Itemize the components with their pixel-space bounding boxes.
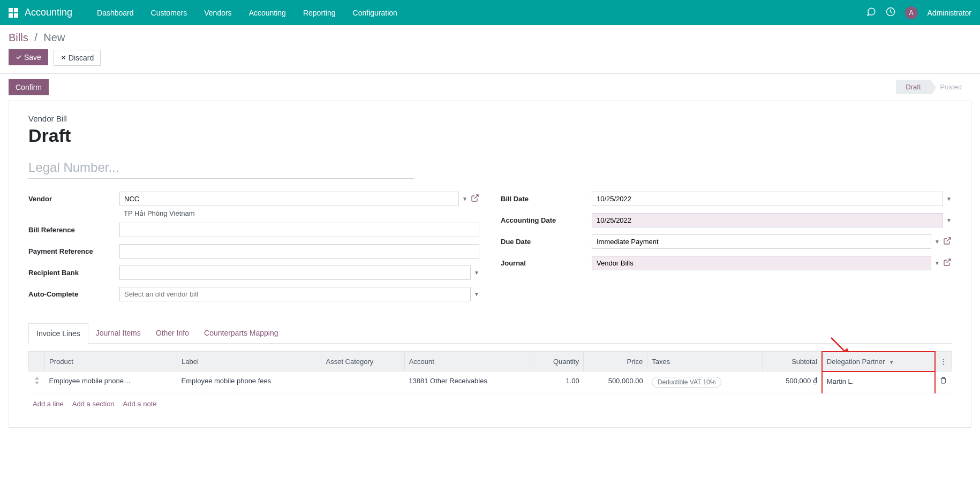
messaging-icon[interactable] xyxy=(866,7,876,18)
svg-line-3 xyxy=(474,195,478,199)
cell-price[interactable]: 500,000.00 xyxy=(584,371,647,393)
status-draft[interactable]: Draft xyxy=(896,80,930,94)
vendor-field[interactable] xyxy=(119,192,459,206)
due-date-label: Due Date xyxy=(501,234,592,246)
dropdown-caret-icon[interactable]: ▼ xyxy=(946,217,952,223)
bill-date-label: Bill Date xyxy=(501,192,592,203)
row-handle-icon[interactable] xyxy=(29,371,45,393)
bill-reference-field[interactable] xyxy=(119,223,479,237)
breadcrumb-current: New xyxy=(43,32,65,43)
save-button[interactable]: Save xyxy=(9,49,48,65)
status-posted[interactable]: Posted xyxy=(931,80,971,94)
svg-line-5 xyxy=(947,259,951,263)
th-label[interactable]: Label xyxy=(177,352,321,371)
discard-button-label: Discard xyxy=(69,54,94,62)
payment-reference-field[interactable] xyxy=(119,244,479,259)
svg-marker-8 xyxy=(35,382,39,384)
th-price[interactable]: Price xyxy=(584,352,647,371)
auto-complete-label: Auto-Complete xyxy=(28,287,119,298)
status-bar: Confirm Draft Posted xyxy=(0,74,980,101)
dropdown-caret-icon[interactable]: ▼ xyxy=(934,260,940,266)
th-account[interactable]: Account xyxy=(404,352,532,371)
add-note-button[interactable]: Add a note xyxy=(123,400,157,408)
apps-icon[interactable] xyxy=(9,8,18,18)
form-right-column: Bill Date ▼ Accounting Date ▼ xyxy=(501,192,952,308)
invoice-lines-table: Product Label Asset Category Account Qua… xyxy=(28,351,952,394)
dropdown-caret-icon[interactable]: ▼ xyxy=(934,239,940,245)
recipient-bank-field[interactable] xyxy=(119,265,471,280)
add-line-button[interactable]: Add a line xyxy=(33,400,64,408)
add-section-button[interactable]: Add a section xyxy=(72,400,115,408)
th-options[interactable]: ⋮ xyxy=(935,352,952,371)
control-bar: Bills / New Save Discard xyxy=(0,25,980,74)
legal-number-input[interactable]: Legal Number... xyxy=(28,157,414,179)
cell-account[interactable]: 13881 Other Receivables xyxy=(404,371,532,393)
vendor-address: TP Hải Phòng Vietnam xyxy=(119,206,479,217)
breadcrumb-bills[interactable]: Bills xyxy=(9,32,28,43)
tab-journal-items[interactable]: Journal Items xyxy=(88,323,148,343)
app-brand[interactable]: Accounting xyxy=(25,7,72,18)
external-link-icon[interactable] xyxy=(943,237,952,247)
nav-reporting[interactable]: Reporting xyxy=(295,9,344,17)
journal-label: Journal xyxy=(501,256,592,267)
cell-label[interactable]: Employee mobile phone fees xyxy=(177,371,321,393)
recipient-bank-label: Recipient Bank xyxy=(28,265,119,277)
form-sheet: Vendor Bill Draft Legal Number... Vendor… xyxy=(9,101,971,428)
dropdown-caret-icon[interactable]: ▼ xyxy=(946,196,952,202)
save-button-label: Save xyxy=(24,53,41,62)
th-asset-category[interactable]: Asset Category xyxy=(321,352,404,371)
cell-product[interactable]: Employee mobile phone… xyxy=(45,371,177,393)
tab-counterparts-mapping[interactable]: Counterparts Mapping xyxy=(197,323,286,343)
dropdown-caret-icon[interactable]: ▼ xyxy=(474,270,479,276)
accounting-date-label: Accounting Date xyxy=(501,213,592,224)
bill-reference-label: Bill Reference xyxy=(28,223,119,234)
breadcrumb-separator: / xyxy=(34,32,37,43)
svg-line-4 xyxy=(947,238,951,241)
svg-marker-7 xyxy=(35,377,39,379)
th-delegation-partner-label: Delegation Partner xyxy=(827,358,885,366)
sort-caret-icon: ▼ xyxy=(889,359,894,365)
bill-date-field[interactable] xyxy=(592,192,943,206)
tab-invoice-lines[interactable]: Invoice Lines xyxy=(28,323,88,344)
due-date-field[interactable] xyxy=(592,234,931,249)
delete-row-icon[interactable] xyxy=(935,371,952,393)
th-product[interactable]: Product xyxy=(45,352,177,371)
auto-complete-field[interactable] xyxy=(119,287,471,301)
th-delegation-partner[interactable]: Delegation Partner ▼ xyxy=(822,352,935,371)
cell-delegation-partner[interactable]: Martin L. xyxy=(822,371,935,393)
external-link-icon[interactable] xyxy=(943,258,952,268)
nav-dashboard[interactable]: Dashboard xyxy=(88,9,142,17)
external-link-icon[interactable] xyxy=(471,194,479,204)
nav-customers[interactable]: Customers xyxy=(142,9,196,17)
th-subtotal[interactable]: Subtotal xyxy=(763,352,822,371)
payment-reference-label: Payment Reference xyxy=(28,244,119,255)
cell-subtotal[interactable]: 500,000 ₫ xyxy=(763,371,822,393)
doc-type-label: Vendor Bill xyxy=(28,114,952,123)
tabs: Invoice Lines Journal Items Other Info C… xyxy=(28,323,952,344)
top-navbar: Accounting Dashboard Customers Vendors A… xyxy=(0,0,980,25)
form-left-column: Vendor ▼ TP Hải Phòng Vietnam Bill Refer… xyxy=(28,192,479,308)
nav-vendors[interactable]: Vendors xyxy=(195,9,240,17)
tax-chip: Deductible VAT 10% xyxy=(652,377,722,388)
th-quantity[interactable]: Quantity xyxy=(532,352,584,371)
th-taxes[interactable]: Taxes xyxy=(647,352,763,371)
user-name[interactable]: Administrator xyxy=(928,9,971,17)
journal-field[interactable] xyxy=(592,256,931,270)
user-avatar[interactable]: A xyxy=(905,6,918,19)
confirm-button[interactable]: Confirm xyxy=(9,79,49,95)
table-row[interactable]: Employee mobile phone… Employee mobile p… xyxy=(29,371,952,393)
nav-configuration[interactable]: Configuration xyxy=(344,9,406,17)
dropdown-caret-icon[interactable]: ▼ xyxy=(462,196,468,202)
breadcrumb: Bills / New xyxy=(9,32,971,44)
vendor-label: Vendor xyxy=(28,192,119,203)
activities-icon[interactable] xyxy=(886,7,895,18)
cell-asset-category[interactable] xyxy=(321,371,404,393)
cell-taxes[interactable]: Deductible VAT 10% xyxy=(647,371,763,393)
cell-quantity[interactable]: 1.00 xyxy=(532,371,584,393)
accounting-date-field[interactable] xyxy=(592,213,943,227)
discard-button[interactable]: Discard xyxy=(54,50,101,66)
nav-accounting[interactable]: Accounting xyxy=(240,9,295,17)
dropdown-caret-icon[interactable]: ▼ xyxy=(474,291,479,297)
tab-other-info[interactable]: Other Info xyxy=(148,323,197,343)
th-handle xyxy=(29,352,45,371)
